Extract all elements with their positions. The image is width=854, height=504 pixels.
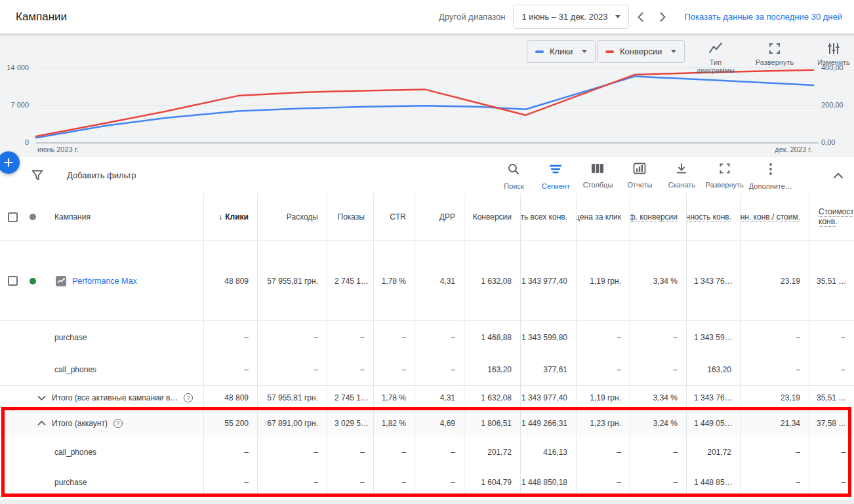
more-icon: [769, 163, 773, 178]
conversion-name-cell: call_phones: [0, 353, 203, 385]
filter-button[interactable]: [31, 170, 43, 181]
value-cell: –: [373, 468, 415, 497]
chevron-down-icon[interactable]: [37, 393, 47, 403]
column-header-12[interactable]: Стоимость конв.: [809, 193, 854, 241]
value-cell: 3,24 %: [630, 410, 686, 436]
plus-icon: [3, 157, 14, 168]
expand-icon: [719, 163, 731, 177]
metric-selector-clicks[interactable]: Клики: [527, 40, 596, 63]
column-header-label: Коэфф. конверсии: [630, 212, 678, 222]
column-header-label: Клики: [225, 212, 249, 222]
campaign-type-icon: [56, 276, 66, 286]
select-all-checkbox[interactable]: [8, 212, 18, 222]
campaign-name-link[interactable]: Performance Max: [72, 277, 137, 286]
chart-edit-button[interactable]: Изменить: [812, 42, 854, 74]
column-header-label: Показы: [338, 212, 365, 222]
value-cell: –: [257, 468, 327, 497]
conversion-name-cell: purchase: [0, 321, 203, 353]
column-header-label: Стоимость конв.: [819, 207, 854, 227]
toolbar-button-more[interactable]: Дополните…: [749, 161, 792, 190]
table-row-conversion: call_phones–––––163,20377,61––163,20––: [0, 353, 854, 385]
expand-icon: [768, 42, 781, 55]
toolbar-button-columns[interactable]: Столбцы: [579, 161, 616, 189]
toolbar-label: Поиск: [504, 182, 523, 190]
conversion-name-cell: purchase: [0, 468, 203, 497]
columns-icon: [591, 163, 604, 177]
value-cell: 48 809: [203, 386, 257, 410]
toolbar-button-segment[interactable]: Сегмент: [537, 161, 574, 190]
chevron-up-icon: [833, 172, 844, 179]
conversion-action-label: purchase: [8, 478, 87, 487]
value-cell: –: [740, 353, 809, 385]
value-cell: 37,58 …: [809, 410, 854, 436]
line-chart-icon: [708, 42, 723, 55]
value-cell: 1,78 %: [373, 386, 415, 410]
toolbar-button-expand[interactable]: Развернуть: [705, 161, 743, 189]
column-header-2[interactable]: Расходы: [257, 193, 327, 241]
table-row-total: Итого (аккаунт)?55 20067 891,00 грн.3 02…: [0, 410, 854, 436]
chevron-right-icon: [659, 12, 666, 22]
filter-funnel-icon: [31, 170, 43, 181]
chart-type-button[interactable]: Тип диаграммы: [694, 42, 737, 74]
value-cell: –: [257, 321, 327, 353]
column-header-9[interactable]: Коэфф. конверсии: [630, 193, 686, 241]
chart-edit-label: Изменить: [817, 58, 850, 66]
sort-desc-icon: ↓: [218, 212, 222, 222]
top-header: Кампании Другой диапазон 1 июнь – 31 дек…: [0, 0, 854, 34]
collapse-table-button[interactable]: [833, 172, 844, 179]
value-cell: 3 029 5…: [327, 410, 373, 436]
value-cell: 23,19: [740, 241, 809, 320]
chevron-down-icon: [582, 50, 587, 53]
column-header-11[interactable]: Ценн. конв./ стоим.: [740, 193, 809, 241]
chart-expand-label: Развернуть: [756, 58, 794, 66]
toolbar-button-reports[interactable]: Отчеты: [621, 161, 658, 189]
help-icon[interactable]: ?: [184, 393, 193, 402]
value-cell: 1 448 850,18: [520, 468, 576, 497]
column-header-8[interactable]: Ср. цена за клик: [576, 193, 630, 241]
help-icon[interactable]: ?: [113, 419, 123, 428]
column-header-10[interactable]: Ценность конв.: [686, 193, 740, 241]
prev-range-button[interactable]: [629, 6, 651, 28]
status-column-dot: [30, 214, 36, 220]
value-cell: 1,82 %: [373, 410, 415, 436]
value-cell: –: [630, 468, 686, 497]
row-checkbox[interactable]: [8, 276, 18, 286]
chart-expand-button[interactable]: Развернуть: [753, 42, 796, 74]
next-range-button[interactable]: [651, 6, 674, 28]
column-header-label: CTR: [390, 212, 406, 222]
campaign-status-dot: [30, 278, 36, 284]
date-range-selector[interactable]: 1 июнь – 31 дек. 2023: [513, 5, 629, 29]
column-header-3[interactable]: Показы: [327, 193, 373, 241]
column-header-label: Ценность всех конв.: [520, 212, 567, 222]
column-header-5[interactable]: ДРР: [415, 193, 464, 241]
value-cell: –: [630, 321, 686, 353]
toolbar-button-download[interactable]: Скачать: [663, 161, 700, 189]
value-cell: 1 604,79: [464, 468, 520, 497]
value-cell: 48 809: [203, 241, 257, 320]
column-header-6[interactable]: Конверсии: [464, 193, 520, 241]
column-header-7[interactable]: Ценность всех конв.: [520, 193, 576, 241]
value-cell: –: [576, 353, 630, 385]
add-filter-label[interactable]: Добавить фильтр: [67, 170, 136, 180]
column-header-1[interactable]: ↓Клики: [203, 193, 257, 241]
value-cell: –: [740, 436, 809, 468]
show-last-30-days-link[interactable]: Показать данные за последние 30 дней: [684, 12, 842, 22]
column-header-label: ДРР: [439, 212, 455, 222]
metric-selector-conversions[interactable]: Конверсии: [597, 40, 685, 63]
toolbar-label: Скачать: [668, 181, 695, 189]
column-header-campaign: Кампания: [0, 193, 203, 241]
value-cell: –: [809, 353, 854, 385]
x-axis-start-label: июнь 2023 г.: [37, 145, 79, 154]
total-row-label: Итого (все активные кампании в…: [52, 393, 178, 402]
column-header-4[interactable]: CTR: [373, 193, 415, 241]
chevron-up-icon[interactable]: [37, 418, 47, 429]
value-cell: 21,34: [740, 410, 809, 436]
clicks-legend-label: Клики: [550, 47, 573, 56]
value-cell: 1 343 977,40: [520, 386, 576, 410]
value-cell: –: [809, 468, 854, 497]
value-cell: 55 200: [203, 410, 257, 436]
value-cell: –: [373, 321, 415, 353]
table-row-conversion: purchase–––––1 468,881 343 599,80––1 343…: [0, 321, 854, 353]
toolbar-button-search[interactable]: Поиск: [495, 161, 532, 190]
search-icon: [507, 163, 520, 178]
